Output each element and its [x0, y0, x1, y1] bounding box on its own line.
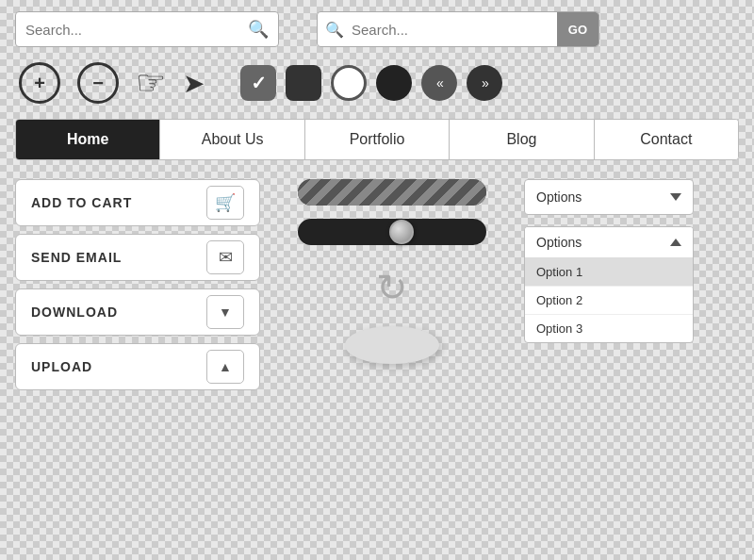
- checkbox-unchecked-icon[interactable]: [286, 65, 321, 101]
- dropdown-open: Options Option 1 Option 2 Option 3: [524, 226, 694, 343]
- search-row: 🔍 🔍 GO: [15, 11, 739, 47]
- dropdown-open-label: Options: [536, 235, 582, 250]
- add-to-cart-label: ADD TO CART: [31, 195, 132, 210]
- go-button[interactable]: GO: [557, 12, 598, 46]
- download-arrow-icon: ▼: [206, 295, 244, 329]
- progress-bar-fill: [298, 179, 486, 206]
- dropdowns-column: Options Options Option 1 Option 2 Option…: [524, 179, 694, 390]
- email-icon: ✉: [206, 240, 244, 274]
- zoom-in-icon[interactable]: +: [19, 62, 60, 104]
- search-bar-1: 🔍: [15, 11, 279, 47]
- speech-bubble: [345, 326, 439, 364]
- search-input-2[interactable]: [352, 22, 557, 38]
- slider-track[interactable]: [298, 219, 486, 245]
- icons-row: + − ☞ ➤ « »: [15, 62, 739, 104]
- hand-cursor-icon: ☞: [136, 63, 166, 103]
- dropdown-closed-arrow-icon: [670, 193, 681, 201]
- upload-button[interactable]: UPLOAD ▲: [15, 343, 260, 390]
- nav-item-home[interactable]: Home: [16, 120, 160, 159]
- double-right-arrow-icon[interactable]: »: [467, 65, 502, 101]
- upload-arrow-icon: ▲: [206, 350, 244, 384]
- search-bar-2: 🔍 GO: [317, 11, 599, 47]
- refresh-icon[interactable]: ↻: [376, 266, 408, 309]
- dropdown-option-1[interactable]: Option 1: [525, 258, 693, 287]
- dropdown-option-3[interactable]: Option 3: [525, 315, 693, 342]
- progress-bar: [298, 179, 486, 206]
- search-input-1[interactable]: [25, 22, 248, 38]
- add-to-cart-button[interactable]: ADD TO CART 🛒: [15, 179, 260, 226]
- dropdown-open-arrow-icon: [670, 239, 681, 246]
- navigation-bar: Home About Us Portfolio Blog Contact: [15, 119, 739, 160]
- send-email-button[interactable]: SEND EMAIL ✉: [15, 234, 260, 281]
- radio-unchecked-icon[interactable]: [331, 65, 367, 101]
- search-icon-2: 🔍: [318, 21, 352, 39]
- download-label: DOWNLOAD: [31, 305, 118, 320]
- checkbox-checked-icon[interactable]: [240, 65, 276, 101]
- slider-thumb[interactable]: [389, 220, 414, 244]
- radio-checked-icon[interactable]: [376, 65, 412, 101]
- send-email-label: SEND EMAIL: [31, 250, 122, 265]
- action-buttons-column: ADD TO CART 🛒 SEND EMAIL ✉ DOWNLOAD ▼ UP…: [15, 179, 260, 390]
- nav-item-contact[interactable]: Contact: [595, 120, 738, 159]
- nav-item-blog[interactable]: Blog: [450, 120, 594, 159]
- cart-icon: 🛒: [206, 186, 244, 220]
- nav-item-about[interactable]: About Us: [160, 120, 304, 159]
- center-column: ↻: [288, 179, 496, 390]
- download-button[interactable]: DOWNLOAD ▼: [15, 288, 260, 336]
- main-container: 🔍 🔍 GO + − ☞ ➤ « » Home About Us Portfol…: [0, 0, 754, 560]
- dropdown-closed-label: Options: [536, 189, 582, 205]
- nav-item-portfolio[interactable]: Portfolio: [305, 120, 450, 159]
- double-left-arrow-icon[interactable]: «: [421, 65, 457, 101]
- dropdown-option-2[interactable]: Option 2: [525, 287, 693, 315]
- dropdown-closed[interactable]: Options: [524, 179, 694, 215]
- toggle-icons-group: « »: [240, 65, 502, 101]
- pointer-arrow-icon: ➤: [183, 68, 205, 99]
- search-button-1[interactable]: 🔍: [248, 19, 269, 40]
- upload-label: UPLOAD: [31, 359, 92, 374]
- zoom-out-icon[interactable]: −: [77, 62, 119, 104]
- dropdown-open-header[interactable]: Options: [525, 227, 693, 258]
- main-content-row: ADD TO CART 🛒 SEND EMAIL ✉ DOWNLOAD ▼ UP…: [15, 179, 739, 390]
